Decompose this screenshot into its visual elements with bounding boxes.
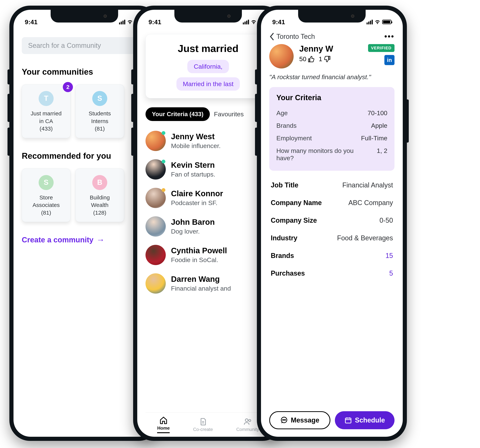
filter-chip[interactable]: California,: [187, 60, 229, 73]
wifi-icon: [127, 20, 133, 24]
filter-chip[interactable]: Married in the last: [176, 77, 240, 91]
criteria-value: Apple: [371, 122, 387, 129]
phone-frame-3: 9:41 Toronto Tech •••: [257, 6, 407, 441]
person-row[interactable]: Cynthia Powell Foodie in SoCal.: [146, 241, 271, 269]
status-dot-icon: [162, 160, 165, 163]
back-button[interactable]: Toronto Tech: [269, 33, 315, 41]
schedule-button[interactable]: Schedule: [335, 411, 395, 429]
community-card[interactable]: S StudentsInterns (81): [75, 84, 124, 138]
notch: [174, 10, 242, 22]
criteria-label: How many monitors do you have?: [276, 147, 371, 162]
nav-cocreate[interactable]: Co-create: [193, 417, 213, 432]
person-avatar: [146, 188, 166, 208]
message-button[interactable]: Message: [269, 411, 330, 429]
status-time: 9:41: [148, 18, 161, 26]
person-row[interactable]: John Baron Dog lover.: [146, 212, 271, 241]
detail-row: Brands 15: [271, 247, 393, 265]
tab-your-criteria[interactable]: Your Criteria (433): [146, 107, 210, 121]
more-menu-icon[interactable]: •••: [384, 32, 395, 41]
svg-point-4: [284, 420, 284, 420]
document-icon: [199, 417, 207, 426]
criteria-row: How many monitors do you have? 1, 2: [276, 145, 387, 164]
criteria-value: 1, 2: [377, 147, 387, 154]
dislikes-count: 1: [319, 55, 331, 63]
community-avatar-icon: S: [92, 91, 107, 106]
people-icon: [244, 417, 252, 426]
community-avatar-icon: T: [39, 91, 54, 106]
community-name: StoreAssociates: [24, 194, 68, 209]
criteria-label: Age: [276, 109, 362, 117]
person-row[interactable]: Darren Wang Financial analyst and: [146, 269, 271, 298]
community-name: Just marriedin CA: [24, 110, 68, 125]
person-name: Cynthia Powell: [171, 246, 227, 255]
notification-badge: 2: [63, 82, 73, 92]
recommended-title: Recommended for you: [22, 151, 147, 161]
criteria-row: Employment Full-Time: [276, 132, 387, 145]
verified-badge: VERIFIED: [368, 44, 395, 52]
community-card[interactable]: 2 T Just marriedin CA (433): [22, 84, 71, 138]
person-row[interactable]: Jenny West Mobile influencer.: [146, 127, 271, 155]
svg-rect-6: [345, 418, 351, 423]
community-name: StudentsInterns: [78, 110, 122, 125]
signal-icon: [119, 20, 125, 24]
search-input[interactable]: Search for a Community: [22, 37, 147, 54]
person-avatar: [146, 159, 166, 180]
status-time: 9:41: [25, 18, 37, 26]
person-subtitle: Financial analyst and: [171, 285, 231, 292]
person-avatar: [146, 131, 166, 151]
wifi-icon: [375, 20, 380, 24]
criteria-title: Your Criteria: [276, 94, 387, 102]
person-subtitle: Mobile influencer.: [171, 142, 221, 150]
community-name: BuildingWealth: [78, 194, 122, 209]
person-row[interactable]: Claire Konnor Podcaster in SF.: [146, 184, 271, 212]
person-row[interactable]: Kevin Stern Fan of startups.: [146, 155, 271, 184]
criteria-label: Employment: [276, 135, 355, 142]
arrow-right-icon: →: [96, 235, 105, 245]
detail-value: ABC Company: [348, 199, 393, 207]
likes-count: 50: [299, 55, 315, 63]
detail-row: Purchases 5: [271, 265, 393, 282]
nav-home[interactable]: Home: [157, 416, 170, 433]
tab-favourites[interactable]: Favourites: [214, 110, 244, 118]
detail-label: Company Size: [271, 217, 317, 224]
community-count: (128): [78, 209, 122, 217]
bottom-nav: Home Co-create Community: [146, 412, 271, 437]
calendar-icon: [345, 417, 352, 424]
detail-value: Food & Beverages: [337, 234, 393, 242]
svg-point-1: [249, 419, 251, 422]
person-name: Jenny West: [171, 132, 221, 141]
back-label: Toronto Tech: [276, 33, 315, 41]
criteria-row: Age 70-100: [276, 107, 387, 119]
profile-name: Jenny W: [299, 44, 333, 53]
svg-point-5: [285, 420, 286, 420]
profile-bio: "A rockstar turned financial analyst.": [269, 73, 395, 81]
criteria-row: Brands Apple: [276, 119, 387, 132]
linkedin-icon[interactable]: in: [384, 55, 395, 65]
battery-icon: [382, 20, 391, 24]
profile-avatar: [269, 44, 294, 68]
status-dot-icon: [162, 131, 165, 135]
status-time: 9:41: [272, 18, 285, 26]
detail-row: Company Size 0-50: [271, 212, 393, 229]
detail-label: Company Name: [271, 199, 322, 207]
recommended-card[interactable]: B BuildingWealth (128): [75, 168, 124, 222]
detail-row: Job Title Financial Analyst: [271, 176, 393, 194]
create-community-link[interactable]: Create a community →: [22, 235, 147, 245]
signal-icon: [367, 20, 373, 24]
criteria-value: 70-100: [367, 109, 387, 117]
detail-value: 0-50: [380, 217, 393, 224]
community-header-card: Just married California,Married in the l…: [146, 34, 271, 98]
status-dot-icon: [162, 188, 165, 192]
detail-value[interactable]: 5: [389, 269, 393, 277]
recommended-card[interactable]: S StoreAssociates (81): [22, 168, 71, 222]
detail-label: Purchases: [271, 269, 305, 277]
detail-row: Company Name ABC Company: [271, 194, 393, 212]
person-name: John Baron: [171, 218, 215, 226]
svg-point-3: [282, 420, 283, 420]
detail-value[interactable]: 15: [386, 252, 393, 260]
nav-community[interactable]: Community: [236, 417, 259, 432]
criteria-label: Brands: [276, 122, 366, 129]
detail-label: Brands: [271, 252, 294, 260]
person-avatar: [146, 245, 166, 265]
detail-value: Financial Analyst: [342, 181, 393, 189]
